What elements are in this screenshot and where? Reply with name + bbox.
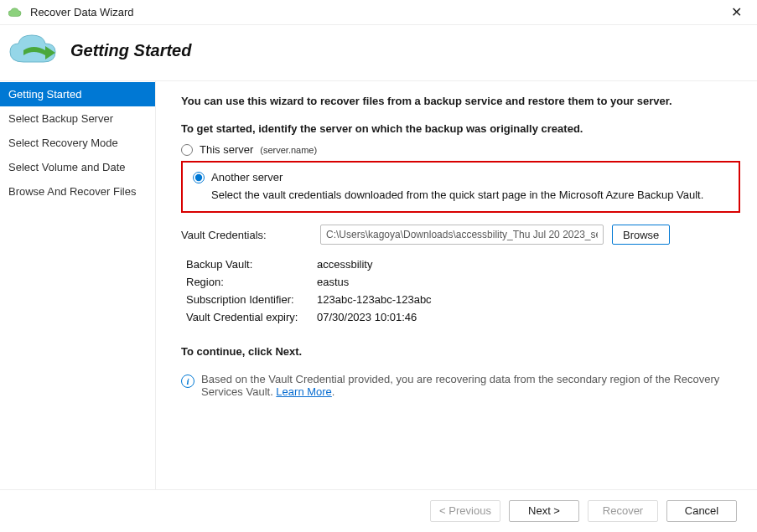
expiry-label: Vault Credential expiry: (186, 311, 317, 323)
info-text: Based on the Vault Credential provided, … (201, 373, 740, 398)
sidebar-step-select-volume-date[interactable]: Select Volume and Date (0, 155, 155, 179)
sidebar-step-getting-started[interactable]: Getting Started (0, 82, 155, 106)
cloud-arrow-icon (8, 34, 62, 67)
another-server-highlight: Another server Select the vault credenti… (181, 161, 740, 213)
vault-details: Backup Vault: accessbility Region: eastu… (186, 258, 740, 323)
content-panel: You can use this wizard to recover files… (156, 81, 757, 489)
identify-text: To get started, identify the server on w… (181, 122, 740, 135)
backup-vault-value: accessbility (317, 258, 372, 271)
sidebar-step-browse-recover-files[interactable]: Browse And Recover Files (0, 179, 155, 204)
another-server-label: Another server (211, 171, 283, 183)
this-server-radio[interactable] (181, 144, 193, 156)
vault-credentials-label: Vault Credentials: (181, 229, 312, 241)
page-title: Getting Started (70, 41, 191, 60)
body: Getting Started Select Backup Server Sel… (0, 81, 757, 489)
close-icon[interactable]: ✕ (724, 1, 749, 23)
continue-text: To continue, click Next. (181, 345, 740, 358)
learn-more-link[interactable]: Learn More (276, 385, 331, 398)
this-server-option[interactable]: This server (server.name) (181, 143, 740, 156)
this-server-label: This server (200, 143, 253, 156)
subscription-value: 123abc-123abc-123abc (317, 293, 432, 306)
another-server-desc: Select the vault credentials downloaded … (211, 189, 728, 201)
vault-credentials-input[interactable] (320, 225, 604, 245)
region-value: eastus (317, 276, 349, 288)
expiry-value: 07/30/2023 10:01:46 (317, 311, 417, 323)
sidebar-step-select-recovery-mode[interactable]: Select Recovery Mode (0, 131, 155, 155)
this-server-name: (server.name) (260, 145, 317, 155)
browse-button[interactable]: Browse (612, 225, 670, 245)
window-title: Recover Data Wizard (30, 6, 724, 18)
sidebar: Getting Started Select Backup Server Sel… (0, 81, 156, 489)
next-button[interactable]: Next > (509, 500, 579, 522)
cancel-button[interactable]: Cancel (666, 500, 737, 522)
vault-credentials-row: Vault Credentials: Browse (181, 225, 740, 245)
recover-button: Recover (588, 500, 658, 522)
info-block: i Based on the Vault Credential provided… (181, 373, 740, 398)
subscription-row: Subscription Identifier: 123abc-123abc-1… (186, 293, 740, 306)
info-icon: i (181, 374, 194, 388)
another-server-option[interactable]: Another server (193, 171, 728, 183)
cloud-icon (8, 7, 23, 18)
expiry-row: Vault Credential expiry: 07/30/2023 10:0… (186, 311, 740, 323)
another-server-radio[interactable] (193, 172, 205, 183)
footer: < Previous Next > Recover Cancel (0, 489, 757, 531)
subscription-label: Subscription Identifier: (186, 293, 317, 306)
backup-vault-label: Backup Vault: (186, 258, 317, 271)
sidebar-step-select-backup-server[interactable]: Select Backup Server (0, 106, 155, 131)
intro-text: You can use this wizard to recover files… (181, 95, 740, 107)
region-label: Region: (186, 276, 317, 288)
title-bar: Recover Data Wizard ✕ (0, 0, 757, 25)
region-row: Region: eastus (186, 276, 740, 288)
page-header: Getting Started (0, 25, 757, 81)
backup-vault-row: Backup Vault: accessbility (186, 258, 740, 271)
previous-button: < Previous (430, 500, 500, 522)
